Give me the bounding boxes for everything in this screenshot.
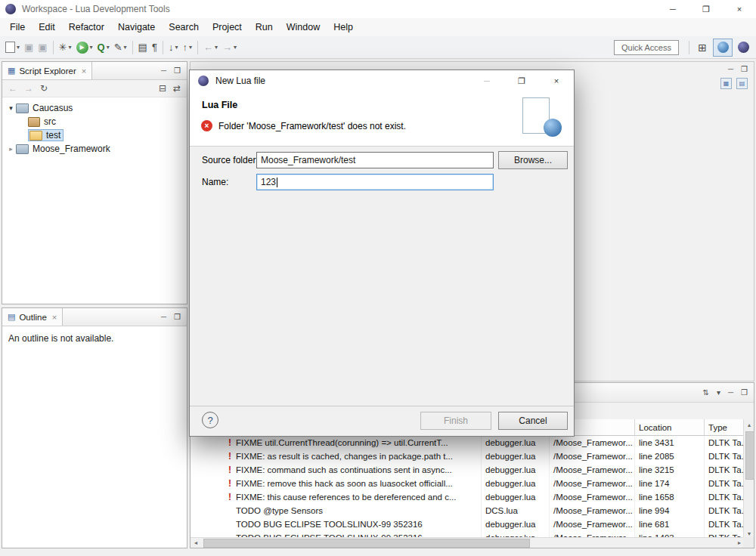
editor-maximize-icon[interactable]: ❐	[741, 65, 748, 73]
view-menu-icon[interactable]: ▾	[717, 388, 720, 397]
scroll-up-icon[interactable]: ▴	[744, 419, 754, 430]
panel-maximize-icon[interactable]: ❐	[174, 313, 181, 321]
menu-file[interactable]: File	[3, 18, 32, 36]
menu-navigate[interactable]: Navigate	[111, 18, 162, 36]
task-type: DLTK Ta...	[705, 504, 745, 517]
dltk-perspective-button[interactable]	[734, 39, 752, 56]
open-perspective-button[interactable]: ⊞	[693, 39, 711, 56]
save-all-button[interactable]: ▣	[36, 39, 48, 56]
menu-project[interactable]: Project	[206, 18, 249, 36]
menu-refactor[interactable]: Refactor	[62, 18, 111, 36]
table-row[interactable]: !FIXME: remove this hack as soon as luas…	[191, 477, 745, 490]
column-header-location[interactable]: Location	[635, 419, 705, 435]
dropdown-icon: ▾	[90, 44, 93, 51]
lua-perspective-button[interactable]	[713, 39, 733, 57]
scrollbar-thumb[interactable]	[745, 431, 754, 480]
expander-expanded-icon[interactable]: ▾	[6, 104, 16, 112]
horizontal-scrollbar[interactable]: ◂ ▸	[191, 537, 745, 548]
panel-minimize-icon[interactable]: ─	[161, 66, 166, 75]
panel-controls: ─ ❐	[161, 313, 187, 321]
tree-item-test[interactable]: test	[2, 128, 187, 142]
collapse-all-icon[interactable]: ⊟	[159, 83, 166, 94]
tab-outline[interactable]: ▤ Outline ×	[2, 308, 63, 326]
project-icon	[16, 144, 29, 154]
help-button[interactable]: ?	[202, 412, 218, 428]
coverage-button[interactable]: Q ▾	[96, 39, 111, 56]
next-annotation-button[interactable]: ↓ ▾	[167, 39, 180, 56]
source-folder-input[interactable]: Moose_Framework/test	[256, 152, 494, 168]
menu-search[interactable]: Search	[162, 18, 206, 36]
name-input[interactable]: 123	[256, 174, 494, 190]
source-folder-icon	[28, 117, 40, 127]
menu-window[interactable]: Window	[280, 18, 327, 36]
debug-button[interactable]: ✳ ▾	[57, 39, 73, 56]
cancel-button[interactable]: Cancel	[498, 412, 568, 430]
table-row[interactable]: TODO BUG ECLIPSE TOOLSLINUX-99 352316 de…	[191, 517, 745, 531]
table-row[interactable]: !FIXME: this cause references to be dere…	[191, 490, 745, 504]
filter-icon[interactable]: ⇅	[703, 388, 709, 397]
task-resource: debugger.lua	[482, 477, 550, 490]
save-button[interactable]: ▣	[23, 39, 35, 56]
dialog-close-icon[interactable]: ×	[539, 70, 574, 91]
menu-edit[interactable]: Edit	[32, 18, 62, 36]
panel-maximize-icon[interactable]: ❐	[741, 388, 748, 397]
scrollbar-thumb[interactable]	[203, 539, 530, 548]
tree-item-src[interactable]: src	[2, 115, 187, 128]
previous-annotation-button[interactable]: ↑ ▾	[181, 39, 194, 56]
scroll-left-icon[interactable]: ◂	[191, 538, 201, 548]
tab-close-icon[interactable]: ×	[52, 313, 57, 322]
forward-icon[interactable]: →	[24, 83, 33, 94]
finish-button[interactable]: Finish	[420, 412, 491, 430]
tab-script-explorer[interactable]: ▦ Script Explorer ×	[2, 62, 92, 79]
tree-item-moose-framework[interactable]: ▸ Moose_Framework	[2, 142, 187, 156]
expander-collapsed-icon[interactable]: ▸	[6, 145, 16, 153]
quick-access-box[interactable]: Quick Access	[614, 40, 679, 55]
dropdown-icon: ▾	[234, 44, 237, 51]
browse-button[interactable]: Browse...	[498, 151, 568, 169]
vertical-scrollbar[interactable]: ▴ ▾	[743, 419, 754, 539]
tab-label: Script Explorer	[19, 66, 76, 76]
menu-run[interactable]: Run	[249, 18, 280, 36]
editor-minimize-icon[interactable]: ─	[728, 65, 733, 73]
toolbar-separator	[689, 41, 689, 54]
panel-minimize-icon[interactable]: ─	[161, 313, 166, 321]
window-maximize-icon[interactable]: ❐	[689, 0, 723, 18]
panel-maximize-icon[interactable]: ❐	[174, 66, 181, 75]
dialog-maximize-icon[interactable]: ❐	[504, 70, 539, 91]
dropdown-icon: ▾	[124, 44, 127, 51]
window-minimize-icon[interactable]: ─	[656, 0, 689, 18]
table-row[interactable]: !FIXME: command such as continuations se…	[191, 463, 745, 477]
dialog-footer-separator	[190, 406, 574, 406]
column-header-type[interactable]: Type	[705, 419, 745, 435]
fast-view-icon[interactable]: ▤	[736, 78, 748, 89]
forward-button[interactable]: → ▾	[221, 39, 238, 56]
open-editor-button[interactable]: ▤	[137, 39, 149, 56]
refresh-icon[interactable]: ↻	[40, 83, 48, 94]
task-type: DLTK Ta...	[705, 490, 745, 504]
back-button[interactable]: ← ▾	[202, 39, 219, 56]
priority-high-icon: !	[224, 492, 236, 502]
run-button[interactable]: ▶ ▾	[75, 39, 94, 56]
link-with-editor-icon[interactable]: ⇄	[173, 83, 181, 94]
outline-tabbar: ▤ Outline × ─ ❐	[2, 308, 187, 326]
table-row[interactable]: !FIXME util.CurrentThread(corunning) => …	[191, 436, 745, 449]
panel-minimize-icon[interactable]: ─	[728, 388, 733, 397]
outline-message: An outline is not available.	[2, 326, 187, 351]
dialog-heading: Lua File	[202, 100, 237, 110]
tree-item-caucasus[interactable]: ▾ Caucasus	[2, 101, 187, 115]
dialog-error-message: × Folder 'Moose_Framework/test' does not…	[201, 120, 406, 131]
toolbar-separator	[53, 41, 54, 54]
show-whitespace-button[interactable]: ¶	[150, 39, 159, 56]
table-row[interactable]: TODO @type Sensors DCS.lua /Moose_Framew…	[191, 504, 745, 517]
menu-help[interactable]: Help	[327, 18, 360, 36]
table-row[interactable]: !FIXME: as result is cached, changes in …	[191, 449, 745, 463]
tab-close-icon[interactable]: ×	[82, 66, 86, 76]
external-tools-button[interactable]: ✎ ▾	[113, 39, 129, 56]
toolbar-right: Quick Access ⊞	[614, 39, 756, 57]
back-icon[interactable]: ←	[8, 83, 17, 94]
fast-view-icon[interactable]: ▦	[720, 78, 732, 89]
new-wizard-button[interactable]: ▾	[4, 39, 21, 56]
dropdown-icon: ▾	[189, 44, 192, 51]
dialog-minimize-icon[interactable]: ─	[469, 70, 504, 91]
window-close-icon[interactable]: ×	[723, 0, 756, 18]
